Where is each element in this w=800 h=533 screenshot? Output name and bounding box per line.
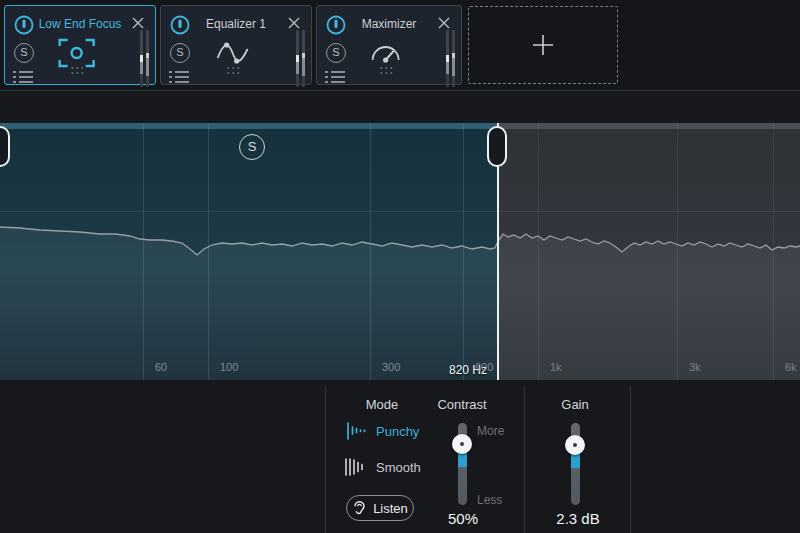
drag-handle-icon[interactable] [380, 67, 395, 77]
smooth-bars-icon [344, 458, 368, 476]
contrast-slider-handle[interactable] [452, 434, 472, 454]
level-meters [296, 30, 305, 87]
punchy-bars-icon [346, 422, 368, 440]
preset-list-icon[interactable] [13, 70, 33, 83]
preset-list-icon[interactable] [325, 70, 345, 83]
band-solo-button[interactable]: S [239, 134, 265, 160]
level-meters [446, 30, 455, 87]
gain-value: 2.3 dB [540, 510, 616, 527]
gain-header: Gain [535, 397, 615, 412]
ear-icon [352, 500, 367, 517]
module-card-low-end-focus[interactable]: Low End Focus S [4, 5, 156, 85]
power-icon[interactable] [325, 14, 347, 36]
add-module-button[interactable] [468, 6, 618, 84]
spectrum-curve [0, 123, 800, 380]
freq-tick-label: 3k [689, 361, 701, 373]
divider [524, 386, 525, 533]
solo-button[interactable]: S [170, 43, 190, 63]
mode-option-label: Smooth [376, 460, 421, 475]
band-right-handle[interactable] [487, 126, 507, 167]
contrast-max-label: More [477, 424, 504, 438]
drag-handle-icon[interactable] [71, 67, 86, 77]
power-icon[interactable] [13, 14, 35, 36]
module-chain: Low End Focus S [0, 0, 800, 91]
drag-handle-icon[interactable] [227, 67, 242, 77]
freq-tick-label: 1k [550, 361, 562, 373]
contrast-min-label: Less [477, 493, 502, 507]
plus-icon [530, 32, 556, 58]
module-title: Maximizer [345, 17, 433, 31]
mode-option-punchy[interactable]: Punchy [346, 422, 419, 440]
divider [325, 386, 326, 533]
module-card-maximizer[interactable]: Maximizer S [316, 5, 462, 85]
mode-option-label: Punchy [376, 424, 419, 439]
freq-tick-label: 300 [382, 361, 400, 373]
listen-label: Listen [373, 501, 408, 516]
spectrum-area[interactable]: S 820 Hz 601003006001k3k6k [0, 123, 800, 380]
module-card-equalizer[interactable]: Equalizer 1 S [160, 5, 312, 85]
mode-option-smooth[interactable]: Smooth [344, 458, 421, 476]
freq-tick-label: 100 [220, 361, 238, 373]
chain-spacer [0, 92, 800, 123]
contrast-value: 50% [430, 510, 496, 527]
module-title: Equalizer 1 [189, 17, 283, 31]
freq-tick-label: 60 [155, 361, 167, 373]
freq-tick-label: 6k [785, 361, 797, 373]
listen-button[interactable]: Listen [346, 495, 414, 521]
divider [630, 386, 631, 533]
level-meters [140, 30, 149, 87]
contrast-header: Contrast [418, 397, 506, 412]
mode-header: Mode [338, 397, 426, 412]
band-left-handle[interactable] [0, 126, 10, 167]
solo-button[interactable]: S [14, 43, 34, 63]
preset-list-icon[interactable] [169, 70, 189, 83]
module-title: Low End Focus [33, 17, 127, 31]
solo-button[interactable]: S [326, 43, 346, 63]
control-panel: Mode Punchy Smooth Listen [0, 380, 800, 533]
freq-tick-label: 600 [475, 361, 493, 373]
power-icon[interactable] [169, 14, 191, 36]
gain-slider-handle[interactable] [565, 435, 585, 455]
plugin-window: Low End Focus S [0, 0, 800, 533]
